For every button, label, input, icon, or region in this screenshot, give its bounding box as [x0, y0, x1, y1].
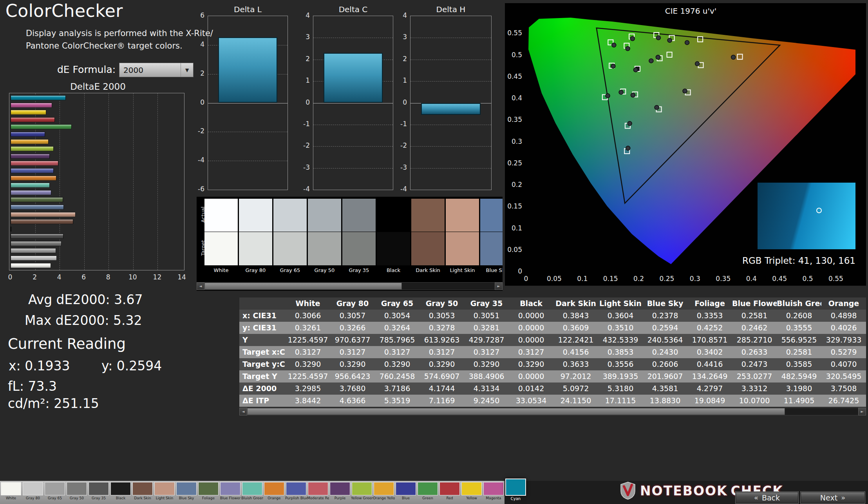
- table-cell: 0.4252: [687, 322, 732, 334]
- cie-x-axis: 00.050.10.150.20.250.30.350.40.450.50.55: [526, 275, 863, 283]
- patch-swatch[interactable]: [110, 482, 131, 495]
- patch-swatch[interactable]: [264, 482, 284, 495]
- table-cell: 760.2458: [375, 370, 420, 383]
- palette-patch-orange[interactable]: Orange: [263, 481, 285, 504]
- y-tick-label: -4: [193, 156, 204, 164]
- de-formula-dropdown[interactable]: 2000 ▼: [119, 63, 193, 77]
- y-tick-label: -4: [396, 185, 407, 193]
- table-cell: 4.2797: [687, 383, 732, 395]
- patch-swatch[interactable]: [154, 482, 175, 495]
- compare-column-label: Blue Sky: [480, 267, 503, 273]
- palette-patch-green[interactable]: Green: [417, 481, 439, 504]
- patch-swatch[interactable]: [242, 482, 262, 495]
- scroll-left-icon[interactable]: ◄: [239, 408, 247, 415]
- patch-swatch[interactable]: [89, 482, 109, 495]
- actual-swatch: [308, 199, 341, 232]
- palette-patch-gray-80[interactable]: Gray 80: [22, 481, 44, 504]
- palette-patch-blue-flower[interactable]: Blue Flower: [219, 481, 241, 504]
- next-button[interactable]: Next »: [801, 492, 865, 503]
- deltae-bar-foliage: [11, 197, 183, 202]
- table-cell: 170.8571: [687, 334, 732, 346]
- patch-swatch[interactable]: [505, 479, 526, 496]
- palette-patch-gray-35[interactable]: Gray 35: [88, 481, 110, 504]
- patch-swatch[interactable]: [132, 482, 153, 495]
- compare-column-label: Gray 65: [273, 267, 307, 273]
- scrollbar-track[interactable]: [247, 408, 858, 415]
- patch-swatch[interactable]: [352, 482, 372, 495]
- patch-label: Dark Skin: [132, 496, 154, 500]
- table-cell: 1225.4597: [286, 334, 330, 346]
- palette-patch-red[interactable]: Red: [439, 481, 461, 504]
- palette-patch-cyan[interactable]: Cyan: [505, 481, 527, 504]
- patch-swatch[interactable]: [23, 482, 43, 495]
- table-cell: 0.3066: [286, 310, 330, 322]
- patch-swatch[interactable]: [396, 482, 416, 495]
- table-cell: 574.6907: [420, 370, 464, 383]
- deltae-bar-blue: [11, 132, 183, 137]
- patch-swatch[interactable]: [176, 482, 197, 495]
- table-cell: 0.0000: [509, 334, 553, 346]
- scrollbar-thumb[interactable]: [247, 408, 785, 415]
- patch-swatch[interactable]: [439, 482, 460, 495]
- chevron-down-icon[interactable]: ▼: [181, 63, 193, 77]
- table-cell: 0.2581: [732, 310, 777, 322]
- column-header-foliage: Foliage: [687, 297, 732, 310]
- patch-swatch[interactable]: [330, 482, 350, 495]
- patch-swatch[interactable]: [220, 482, 241, 495]
- palette-patch-dark-skin[interactable]: Dark Skin: [132, 481, 154, 504]
- palette-patch-gray-65[interactable]: Gray 65: [44, 481, 66, 504]
- palette-patch-foliage[interactable]: Foliage: [197, 481, 219, 504]
- y-tick-label: 3: [299, 33, 310, 41]
- palette-patch-blue-sky[interactable]: Blue Sky: [175, 481, 197, 504]
- patch-label: Purple: [329, 496, 351, 500]
- swatch-compare-scrollbar[interactable]: ◄ ►: [197, 282, 503, 290]
- scrollbar-thumb[interactable]: [204, 283, 402, 290]
- table-cell: 0.3051: [464, 310, 509, 322]
- scroll-left-icon[interactable]: ◄: [197, 282, 204, 290]
- palette-patch-yellow[interactable]: Yellow: [461, 481, 483, 504]
- scroll-right-icon[interactable]: ►: [495, 282, 503, 290]
- patch-swatch[interactable]: [308, 482, 328, 495]
- measurement-table: WhiteGray 80Gray 65Gray 50Gray 35BlackDa…: [239, 297, 866, 407]
- table-cell: 1225.4597: [286, 370, 330, 383]
- palette-patch-moderate-red[interactable]: Moderate Red: [307, 481, 329, 504]
- table-cell: 3.7680: [330, 383, 375, 395]
- palette-patch-yellow-green[interactable]: Yellow Green: [351, 481, 373, 504]
- scrollbar-track[interactable]: [204, 282, 495, 290]
- palette-patch-black[interactable]: Black: [110, 481, 132, 504]
- patch-swatch[interactable]: [483, 482, 504, 495]
- patch-swatch[interactable]: [286, 482, 306, 495]
- palette-patch-gray-50[interactable]: Gray 50: [66, 481, 88, 504]
- compare-column-label: Gray 80: [239, 267, 272, 273]
- palette-patch-white[interactable]: White: [0, 481, 22, 504]
- gridline: [208, 161, 288, 161]
- palette-patch-bluish-green[interactable]: Bluish Green: [241, 481, 263, 504]
- palette-patch-blue[interactable]: Blue: [395, 481, 417, 504]
- measured-point-yellow-green: [630, 36, 635, 41]
- patch-swatch[interactable]: [374, 482, 394, 495]
- measured-point-dark-skin: [656, 55, 660, 60]
- patch-swatch[interactable]: [1, 482, 21, 495]
- y-tick-label: -6: [193, 185, 204, 193]
- de-formula-value: 2000: [119, 65, 181, 75]
- patch-label: White: [0, 496, 22, 500]
- measured-point-blue: [626, 146, 630, 150]
- patch-swatch[interactable]: [45, 482, 65, 495]
- palette-patch-purple[interactable]: Purple: [329, 481, 351, 504]
- column-header-gray-50: Gray 50: [420, 297, 464, 310]
- palette-patch-purplish-blue[interactable]: Purplish Blue: [285, 481, 307, 504]
- patch-swatch[interactable]: [461, 482, 482, 495]
- patch-swatch[interactable]: [418, 482, 438, 495]
- palette-patch-light-skin[interactable]: Light Skin: [154, 481, 175, 504]
- patch-swatch[interactable]: [67, 482, 87, 495]
- palette-patch-orange-yellow[interactable]: Orange Yellow: [373, 481, 395, 504]
- y-tick-label: -2: [396, 141, 407, 149]
- y-tick-label: 1: [299, 76, 310, 84]
- table-cell: 240.5364: [643, 334, 687, 346]
- patch-swatch[interactable]: [198, 482, 219, 495]
- table-cell: 4.3581: [643, 383, 687, 395]
- palette-patch-magenta[interactable]: Magenta: [483, 481, 505, 504]
- back-button[interactable]: « Back: [736, 492, 798, 503]
- scroll-right-icon[interactable]: ►: [858, 408, 866, 415]
- table-scrollbar[interactable]: ◄ ►: [239, 408, 866, 415]
